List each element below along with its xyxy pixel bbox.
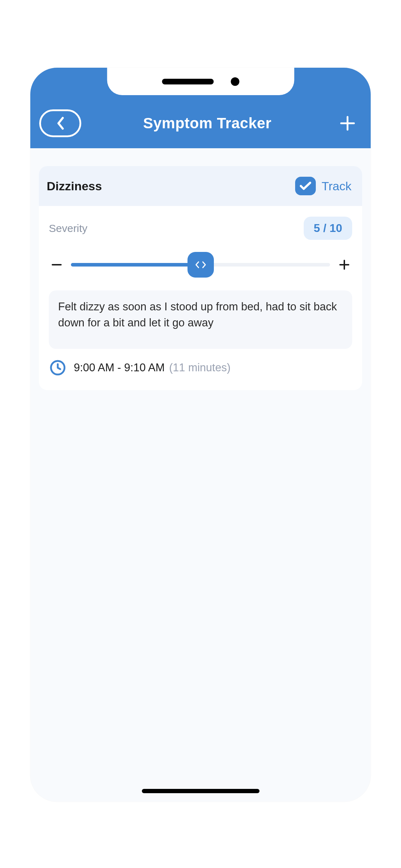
track-checkbox[interactable]: [295, 177, 316, 195]
clock-icon: [50, 360, 66, 376]
symptom-name: Dizziness: [47, 179, 102, 193]
severity-slider-row: [49, 252, 352, 278]
add-button[interactable]: [333, 109, 362, 138]
notes-text: Felt dizzy as soon as I stood up from be…: [58, 299, 343, 331]
severity-label: Severity: [49, 222, 87, 234]
duration: (11 minutes): [169, 361, 230, 374]
plus-icon: [339, 259, 350, 270]
app-header: Symptom Tracker: [30, 68, 371, 148]
plus-icon: [340, 115, 355, 131]
page-title: Symptom Tracker: [143, 115, 272, 132]
chevron-left-icon: [56, 117, 65, 130]
slider-fill: [71, 263, 201, 267]
severity-decrease-button[interactable]: [49, 257, 65, 273]
severity-value-badge: 5 / 10: [304, 217, 352, 240]
back-button[interactable]: [39, 109, 81, 137]
slider-thumb[interactable]: [187, 252, 214, 278]
checkmark-icon: [299, 181, 312, 191]
severity-row: Severity 5 / 10: [49, 217, 352, 240]
symptom-card-body: Severity 5 / 10: [39, 206, 362, 390]
chevron-left-icon: [195, 261, 200, 269]
nav-row: Symptom Tracker: [30, 105, 371, 141]
chevron-right-icon: [202, 261, 207, 269]
track-label: Track: [322, 179, 351, 193]
severity-slider[interactable]: [71, 252, 330, 278]
time-row: 9:00 AM - 9:10 AM (11 minutes): [49, 360, 352, 376]
device-speaker: [162, 79, 214, 84]
device-camera: [231, 77, 239, 86]
minus-icon: [51, 259, 62, 270]
symptom-card-header: Dizziness Track: [39, 166, 362, 206]
symptom-card: Dizziness Track Severity 5 / 10: [39, 166, 362, 390]
device-notch: [107, 68, 294, 95]
time-range: 9:00 AM - 9:10 AM: [74, 361, 165, 374]
phone-frame: Symptom Tracker Dizziness Track S: [30, 68, 371, 802]
severity-increase-button[interactable]: [336, 257, 352, 273]
home-indicator[interactable]: [142, 789, 259, 793]
track-toggle[interactable]: Track: [295, 177, 351, 195]
symptom-notes[interactable]: Felt dizzy as soon as I stood up from be…: [49, 290, 352, 349]
